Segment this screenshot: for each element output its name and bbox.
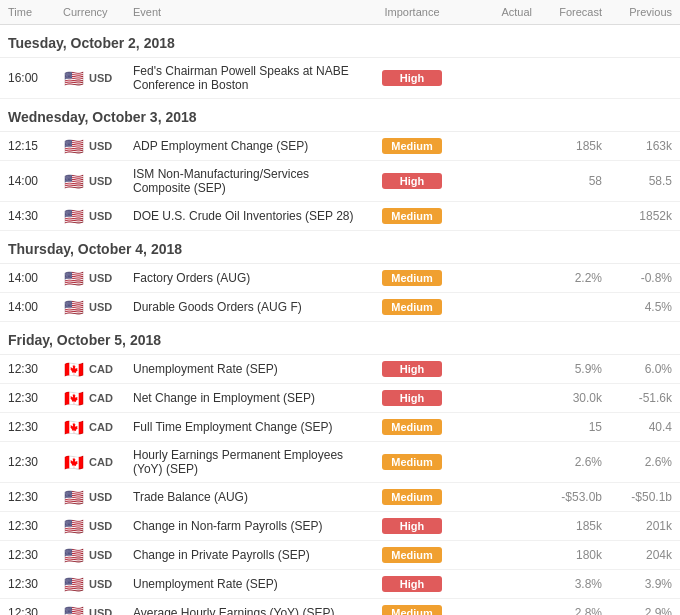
event-time: 12:15 — [8, 139, 63, 153]
country-flag: 🇨🇦 — [63, 390, 85, 406]
event-currency: 🇨🇦CAD — [63, 390, 133, 406]
event-name[interactable]: Full Time Employment Change (SEP) — [133, 420, 362, 434]
forecast-value: 2.6% — [532, 455, 602, 469]
header-row: Time Currency Event Importance Actual Fo… — [0, 0, 680, 25]
forecast-value: 30.0k — [532, 391, 602, 405]
event-time: 12:30 — [8, 606, 63, 615]
importance-badge: Medium — [382, 454, 442, 470]
header-currency: Currency — [63, 6, 133, 18]
previous-value: 204k — [602, 548, 672, 562]
forecast-value: 185k — [532, 139, 602, 153]
event-name[interactable]: Net Change in Employment (SEP) — [133, 391, 362, 405]
header-event: Event — [133, 6, 362, 18]
day-header: Wednesday, October 3, 2018 — [0, 99, 680, 132]
day-header: Tuesday, October 2, 2018 — [0, 25, 680, 58]
event-time: 16:00 — [8, 71, 63, 85]
importance-cell: High — [362, 70, 462, 86]
importance-cell: High — [362, 390, 462, 406]
event-time: 12:30 — [8, 391, 63, 405]
event-name[interactable]: Fed's Chairman Powell Speaks at NABE Con… — [133, 64, 362, 92]
event-row: 14:00🇺🇸USDDurable Goods Orders (AUG F)Me… — [0, 293, 680, 322]
event-name[interactable]: Trade Balance (AUG) — [133, 490, 362, 504]
currency-label: USD — [89, 607, 112, 615]
day-header: Friday, October 5, 2018 — [0, 322, 680, 355]
event-row: 12:30🇺🇸USDAverage Hourly Earnings (YoY) … — [0, 599, 680, 615]
previous-value: 2.6% — [602, 455, 672, 469]
event-time: 12:30 — [8, 455, 63, 469]
event-name[interactable]: Hourly Earnings Permanent Employees (YoY… — [133, 448, 362, 476]
event-currency: 🇺🇸USD — [63, 299, 133, 315]
currency-label: USD — [89, 210, 112, 222]
previous-value: 3.9% — [602, 577, 672, 591]
event-time: 12:30 — [8, 519, 63, 533]
event-name[interactable]: Unemployment Rate (SEP) — [133, 362, 362, 376]
importance-cell: Medium — [362, 454, 462, 470]
event-name[interactable]: Change in Non-farm Payrolls (SEP) — [133, 519, 362, 533]
previous-value: 58.5 — [602, 174, 672, 188]
header-previous: Previous — [602, 6, 672, 18]
importance-badge: High — [382, 70, 442, 86]
importance-badge: Medium — [382, 547, 442, 563]
event-name[interactable]: Durable Goods Orders (AUG F) — [133, 300, 362, 314]
event-time: 12:30 — [8, 490, 63, 504]
importance-cell: Medium — [362, 138, 462, 154]
currency-label: USD — [89, 175, 112, 187]
forecast-value: 180k — [532, 548, 602, 562]
country-flag: 🇺🇸 — [63, 576, 85, 592]
country-flag: 🇺🇸 — [63, 518, 85, 534]
currency-label: USD — [89, 140, 112, 152]
event-row: 12:30🇺🇸USDTrade Balance (AUG)Medium-$53.… — [0, 483, 680, 512]
country-flag: 🇺🇸 — [63, 173, 85, 189]
forecast-value: 15 — [532, 420, 602, 434]
event-time: 14:30 — [8, 209, 63, 223]
event-name[interactable]: DOE U.S. Crude Oil Inventories (SEP 28) — [133, 209, 362, 223]
importance-cell: Medium — [362, 270, 462, 286]
event-row: 12:30🇨🇦CADHourly Earnings Permanent Empl… — [0, 442, 680, 483]
event-currency: 🇺🇸USD — [63, 138, 133, 154]
event-time: 12:30 — [8, 420, 63, 434]
event-currency: 🇺🇸USD — [63, 489, 133, 505]
previous-value: 40.4 — [602, 420, 672, 434]
importance-cell: Medium — [362, 489, 462, 505]
event-currency: 🇺🇸USD — [63, 547, 133, 563]
event-currency: 🇺🇸USD — [63, 576, 133, 592]
calendar-body: Tuesday, October 2, 201816:00🇺🇸USDFed's … — [0, 25, 680, 615]
currency-label: USD — [89, 549, 112, 561]
currency-label: USD — [89, 578, 112, 590]
header-forecast: Forecast — [532, 6, 602, 18]
country-flag: 🇺🇸 — [63, 270, 85, 286]
previous-value: -51.6k — [602, 391, 672, 405]
event-row: 14:30🇺🇸USDDOE U.S. Crude Oil Inventories… — [0, 202, 680, 231]
day-header: Thursday, October 4, 2018 — [0, 231, 680, 264]
currency-label: USD — [89, 72, 112, 84]
event-name[interactable]: Factory Orders (AUG) — [133, 271, 362, 285]
event-row: 14:00🇺🇸USDISM Non-Manufacturing/Services… — [0, 161, 680, 202]
event-name[interactable]: Change in Private Payrolls (SEP) — [133, 548, 362, 562]
event-currency: 🇺🇸USD — [63, 518, 133, 534]
event-name[interactable]: Average Hourly Earnings (YoY) (SEP) — [133, 606, 362, 615]
previous-value: 6.0% — [602, 362, 672, 376]
event-row: 14:00🇺🇸USDFactory Orders (AUG)Medium2.2%… — [0, 264, 680, 293]
importance-cell: Medium — [362, 605, 462, 615]
importance-cell: High — [362, 361, 462, 377]
previous-value: 4.5% — [602, 300, 672, 314]
previous-value: 201k — [602, 519, 672, 533]
event-currency: 🇨🇦CAD — [63, 454, 133, 470]
importance-badge: High — [382, 518, 442, 534]
importance-badge: High — [382, 173, 442, 189]
currency-label: CAD — [89, 456, 113, 468]
event-name[interactable]: Unemployment Rate (SEP) — [133, 577, 362, 591]
event-row: 16:00🇺🇸USDFed's Chairman Powell Speaks a… — [0, 58, 680, 99]
event-row: 12:15🇺🇸USDADP Employment Change (SEP)Med… — [0, 132, 680, 161]
forecast-value: 2.8% — [532, 606, 602, 615]
importance-badge: Medium — [382, 419, 442, 435]
event-name[interactable]: ISM Non-Manufacturing/Services Composite… — [133, 167, 362, 195]
importance-badge: Medium — [382, 138, 442, 154]
importance-cell: Medium — [362, 208, 462, 224]
forecast-value: 185k — [532, 519, 602, 533]
event-name[interactable]: ADP Employment Change (SEP) — [133, 139, 362, 153]
importance-cell: Medium — [362, 547, 462, 563]
country-flag: 🇺🇸 — [63, 70, 85, 86]
previous-value: 163k — [602, 139, 672, 153]
event-row: 12:30🇺🇸USDUnemployment Rate (SEP)High3.8… — [0, 570, 680, 599]
